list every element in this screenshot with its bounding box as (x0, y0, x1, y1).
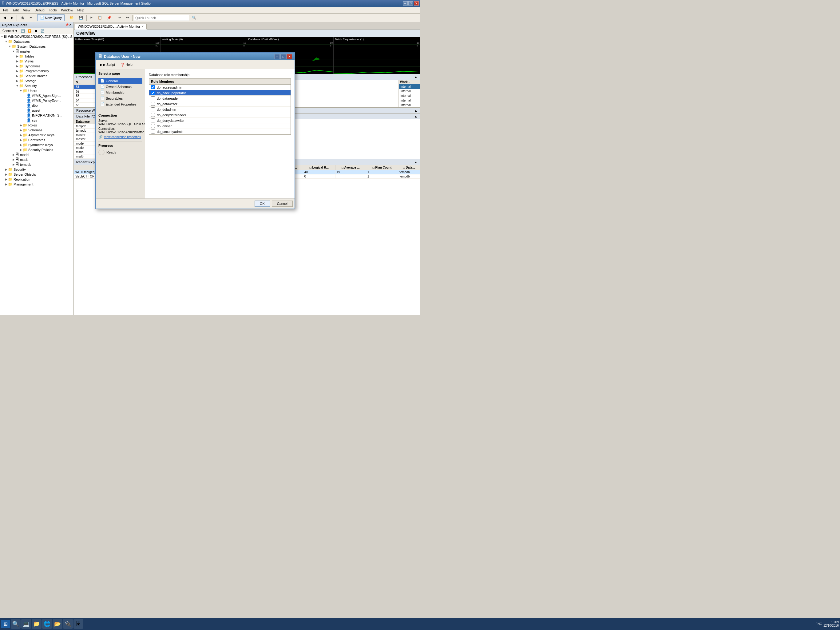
tree-item-dbo[interactable]: 👤 dbo (0, 103, 74, 108)
tree-item-schemas[interactable]: ▶ 📁 Schemas (0, 128, 74, 133)
tree-item-tempdb[interactable]: ▶ 🗄 tempdb (0, 162, 74, 167)
tree-item-master[interactable]: ▼ 🗄 master (0, 49, 74, 54)
tree-item-sys[interactable]: 👤 sys (0, 118, 74, 123)
disconnect-button[interactable]: ✂ (27, 14, 35, 21)
dialog-page-membership[interactable]: 📄 Membership (98, 90, 142, 95)
tree-item-certificates[interactable]: ▶ 📁 Certificates (0, 138, 74, 142)
role-row-db-datareader[interactable]: db_datareader (149, 96, 291, 101)
tree-item-tables[interactable]: ▶ 📁 Tables (0, 54, 74, 59)
oe-sync-button[interactable]: 🔃 (39, 28, 46, 33)
tree-item-service-broker[interactable]: ▶ 📁 Service Broker (0, 73, 74, 78)
tree-item-symmetric-keys[interactable]: ▶ 📁 Symmetric Keys (0, 142, 74, 147)
tree-item-replication[interactable]: ▶ 📁 Replication (0, 177, 74, 182)
connect-button[interactable]: 🔌 (18, 14, 27, 21)
menu-tools[interactable]: Tools (47, 8, 59, 13)
role-checkbox-db-securityadmin[interactable] (151, 130, 155, 133)
tree-item-ms-policyever[interactable]: 👤 ##MS_PolicyEver... (0, 98, 74, 103)
tree-item-ms-agentsign[interactable]: 👤 ##MS_AgentSign... (0, 93, 74, 98)
open-button[interactable]: 📂 (67, 14, 76, 21)
maximize-button[interactable]: □ (408, 1, 413, 6)
paste-button[interactable]: 📌 (105, 14, 114, 21)
dialog-page-extended-properties[interactable]: 📄 Extended Properties (98, 101, 142, 107)
tab-close-icon[interactable]: ✕ (141, 25, 144, 28)
tree-item-programmability[interactable]: ▶ 📁 Programmability (0, 69, 74, 73)
tree-item-management[interactable]: ▶ 📁 Management (0, 182, 74, 187)
oe-filter-button[interactable]: 🔽 (27, 28, 33, 33)
oe-refresh-button[interactable]: 🔄 (20, 28, 26, 33)
tree-item-databases[interactable]: ▼ 📁 Databases (0, 39, 74, 44)
role-row-db-backupoperator[interactable]: db_backupoperator (149, 90, 291, 96)
tree-item-roles[interactable]: ▶ 📁 Roles (0, 123, 74, 128)
dialog-help-button[interactable]: ❓ Help (118, 61, 135, 68)
role-row-db-ddladmin[interactable]: db_ddladmin (149, 107, 291, 112)
rq-col-avg[interactable]: □ Average ... (335, 165, 366, 170)
tree-item-users[interactable]: ▼ 📁 Users (0, 88, 74, 93)
tree-item-views[interactable]: ▶ 📁 Views (0, 59, 74, 64)
tab-activity-monitor[interactable]: WINDOWS2012R2\SQL...Activity Monitor ✕ (75, 24, 147, 30)
oe-close-icon[interactable]: ✕ (69, 24, 72, 27)
ok-button[interactable]: OK (254, 201, 270, 207)
tree-item-server[interactable]: ▼ 🖥 WINDOWS2012R2\SQLEXPRESS (SQL S... (0, 34, 74, 39)
role-checkbox-db-ddladmin[interactable] (151, 108, 155, 111)
dialog-minimize-button[interactable]: ─ (274, 54, 280, 59)
oe-stop-button[interactable]: ⏹ (33, 28, 39, 33)
role-row-db-denydatawriter[interactable]: db_denydatawriter (149, 118, 291, 123)
redo-button[interactable]: ↪ (124, 14, 131, 21)
oe-connect-button[interactable]: Connect ▼ (1, 28, 19, 33)
menu-view[interactable]: View (21, 8, 32, 13)
rq-col-data[interactable]: □ Data... (398, 165, 420, 170)
tree-item-security-policies[interactable]: ▶ 📁 Security Policies (0, 147, 74, 152)
role-row-db-datawriter[interactable]: db_datawriter (149, 101, 291, 107)
role-checkbox-db-denydatawriter[interactable] (151, 119, 155, 122)
copy-button[interactable]: 📋 (96, 14, 104, 21)
role-checkbox-db-datawriter[interactable] (151, 102, 155, 106)
dialog-page-general[interactable]: 📄 General (98, 78, 142, 84)
menu-file[interactable]: File (1, 8, 11, 13)
role-checkbox-db-datareader[interactable] (151, 96, 155, 100)
tree-item-security[interactable]: ▼ 📁 Security (0, 83, 74, 88)
minimize-button[interactable]: ─ (403, 1, 408, 6)
role-checkbox-db-backupoperator[interactable] (151, 91, 155, 95)
role-row-db-denydatareader[interactable]: db_denydatareader (149, 112, 291, 118)
cancel-button[interactable]: Cancel (272, 201, 293, 207)
tree-item-model[interactable]: ▶ 🗄 model (0, 152, 74, 157)
view-connection-link[interactable]: View connection properties (104, 135, 141, 139)
save-button[interactable]: 💾 (77, 14, 85, 21)
dialog-maximize-button[interactable]: □ (280, 54, 286, 59)
dialog-page-securables[interactable]: 📄 Securables (98, 95, 142, 101)
menu-debug[interactable]: Debug (33, 8, 46, 13)
tree-item-msdb[interactable]: ▶ 🗄 msdb (0, 157, 74, 162)
close-button[interactable]: ✕ (414, 1, 419, 6)
tree-item-storage[interactable]: ▶ 📁 Storage (0, 78, 74, 83)
dialog-close-button[interactable]: ✕ (287, 54, 292, 59)
tree-item-asymmetric-keys[interactable]: ▶ 📁 Asymmetric Keys (0, 133, 74, 138)
quick-launch-input[interactable] (134, 15, 189, 21)
rq-col-plan[interactable]: □ Plan Count (366, 165, 398, 170)
role-checkbox-db-denydatareader[interactable] (151, 113, 155, 117)
tree-item-system-databases[interactable]: ▼ 📁 System Databases (0, 44, 74, 49)
rq-col-logr[interactable]: □ Logical R... (303, 165, 335, 170)
tree-item-server-objects[interactable]: ▶ 📁 Server Objects (0, 172, 74, 177)
role-row-db-securityadmin[interactable]: db_securityadmin (149, 129, 291, 135)
tree-item-guest[interactable]: 👤 guest (0, 108, 74, 113)
role-row-db-accessadmin[interactable]: db_accessadmin (149, 85, 291, 90)
menu-edit[interactable]: Edit (11, 8, 21, 13)
oe-pin-icon[interactable]: 📌 (65, 24, 69, 27)
menu-window[interactable]: Window (59, 8, 75, 13)
tree-item-synonyms[interactable]: ▶ 📁 Synonyms (0, 64, 74, 69)
role-row-db-owner[interactable]: db_owner (149, 123, 291, 129)
role-checkbox-db-owner[interactable] (151, 124, 155, 128)
search-button[interactable]: 🔍 (190, 14, 198, 21)
cut-button[interactable]: ✂ (88, 14, 95, 21)
tree-item-information-s[interactable]: 👤 INFORMATION_S... (0, 113, 74, 118)
menu-help[interactable]: Help (76, 8, 87, 13)
dialog-page-owned-schemas[interactable]: 📄 Owned Schemas (98, 84, 142, 90)
forward-button[interactable]: ▶ (9, 14, 15, 21)
new-query-button[interactable]: 📄 New Query (37, 14, 65, 21)
tree-item-security-top[interactable]: ▶ 📁 Security (0, 167, 74, 172)
role-checkbox-db-accessadmin[interactable] (151, 85, 155, 89)
undo-button[interactable]: ↩ (116, 14, 123, 21)
back-button[interactable]: ◀ (1, 14, 8, 21)
dialog-script-button[interactable]: ▶ ▶ Script (98, 61, 117, 68)
col-s[interactable]: S... (74, 80, 95, 85)
